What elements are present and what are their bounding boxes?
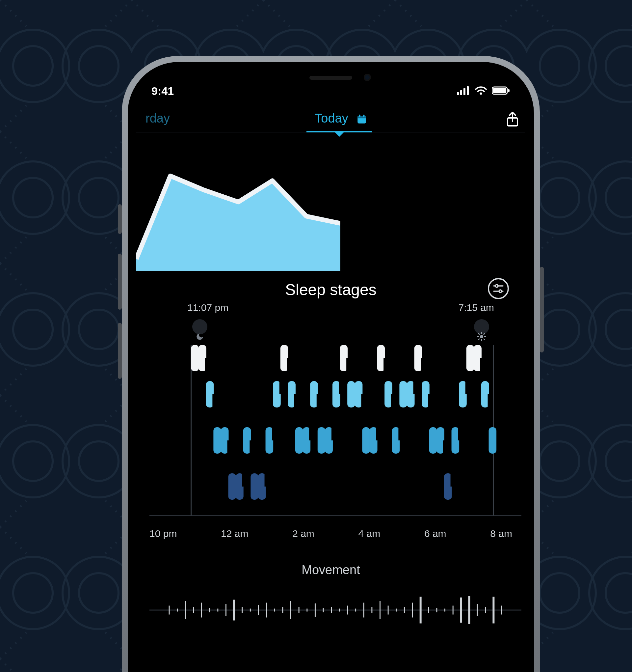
x-tick: 6 am bbox=[424, 528, 446, 539]
movement-title: Movement bbox=[149, 563, 512, 577]
phone-notch bbox=[275, 70, 387, 85]
svg-rect-89 bbox=[429, 427, 437, 454]
svg-line-27 bbox=[479, 334, 480, 335]
phone-volume-down bbox=[118, 323, 122, 379]
svg-rect-42 bbox=[228, 473, 236, 500]
svg-point-20 bbox=[496, 285, 498, 287]
sleep-stages-header: Sleep stages bbox=[136, 271, 525, 302]
x-tick: 8 am bbox=[490, 528, 512, 539]
x-tick: 4 am bbox=[358, 528, 380, 539]
hypnogram-chart[interactable]: 11:07 pm 7:15 am bbox=[136, 302, 525, 516]
svg-rect-16 bbox=[363, 114, 364, 117]
sun-icon bbox=[474, 319, 489, 334]
movement-section: Movement bbox=[136, 539, 525, 630]
phone-side-button bbox=[118, 204, 122, 234]
svg-rect-12 bbox=[508, 89, 509, 92]
svg-rect-15 bbox=[359, 114, 360, 117]
svg-line-30 bbox=[484, 334, 485, 335]
movement-chart[interactable] bbox=[149, 590, 522, 630]
svg-rect-63 bbox=[318, 427, 326, 454]
calendar-icon bbox=[356, 114, 368, 126]
svg-line-29 bbox=[479, 339, 480, 340]
moon-icon bbox=[192, 319, 207, 334]
svg-rect-73 bbox=[362, 427, 370, 454]
phone-power-button bbox=[540, 267, 544, 353]
tab-yesterday[interactable]: rday bbox=[142, 107, 173, 132]
svg-point-22 bbox=[480, 335, 483, 338]
svg-rect-39 bbox=[213, 427, 221, 454]
svg-rect-5 bbox=[457, 92, 459, 95]
tab-today-label: Today bbox=[311, 107, 351, 132]
x-tick: 2 am bbox=[292, 528, 314, 539]
hypnogram-x-axis: 10 pm 12 am 2 am 4 am 6 am 8 am bbox=[136, 516, 525, 539]
svg-point-9 bbox=[480, 93, 482, 95]
svg-rect-58 bbox=[295, 427, 303, 454]
date-tab-bar: rday Today bbox=[136, 100, 525, 133]
svg-rect-47 bbox=[251, 473, 258, 500]
sleep-start-time: 11:07 pm bbox=[187, 302, 228, 313]
stages-settings-button[interactable] bbox=[488, 278, 509, 299]
status-time: 9:41 bbox=[151, 85, 174, 97]
cellular-icon bbox=[457, 85, 470, 97]
svg-rect-7 bbox=[463, 88, 465, 95]
tab-today[interactable]: Today bbox=[311, 107, 367, 132]
svg-rect-103 bbox=[489, 427, 497, 454]
svg-line-28 bbox=[484, 339, 485, 340]
phone-front-camera bbox=[364, 74, 371, 81]
phone-frame: 9:41 rday Today bbox=[122, 56, 540, 672]
phone-volume-up bbox=[118, 254, 122, 310]
svg-rect-6 bbox=[460, 90, 462, 95]
share-button[interactable] bbox=[506, 111, 520, 128]
svg-rect-98 bbox=[466, 345, 474, 371]
svg-rect-8 bbox=[467, 86, 469, 95]
wifi-icon bbox=[475, 85, 487, 97]
svg-rect-70 bbox=[347, 381, 355, 407]
svg-rect-82 bbox=[399, 381, 407, 407]
svg-rect-34 bbox=[191, 345, 199, 371]
x-tick: 12 am bbox=[221, 528, 248, 539]
svg-point-21 bbox=[499, 290, 502, 292]
phone-speaker bbox=[309, 76, 352, 80]
x-tick: 10 pm bbox=[149, 528, 177, 539]
battery-icon bbox=[492, 85, 510, 97]
sleep-end-time: 7:15 am bbox=[458, 302, 494, 313]
tab-caret-icon bbox=[335, 132, 344, 137]
svg-rect-14 bbox=[357, 116, 366, 118]
phone-screen: 9:41 rday Today bbox=[128, 62, 534, 672]
sleep-trend-chart[interactable] bbox=[136, 133, 525, 271]
sleep-stages-title: Sleep stages bbox=[285, 281, 377, 299]
svg-rect-11 bbox=[493, 88, 506, 93]
